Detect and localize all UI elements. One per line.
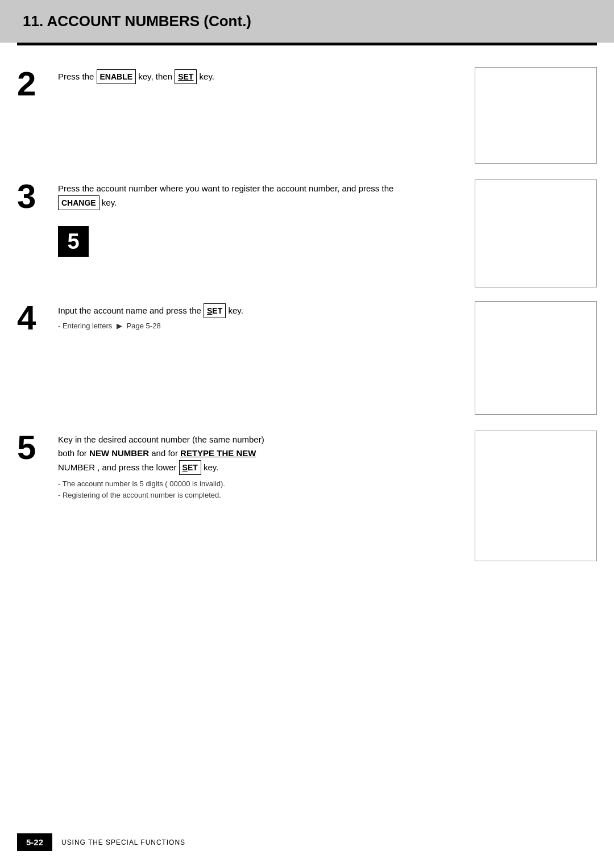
step4-sub-text: - Entering letters <box>58 322 112 330</box>
black-box-5: 5 <box>58 226 89 257</box>
header-band: 11. ACCOUNT NUMBERS (Cont.) <box>0 0 614 43</box>
step5-key-suffix: key. <box>201 462 219 472</box>
footer: 5-22 USING THE SPECIAL FUNCTIONS <box>0 833 614 851</box>
step-2-image-col <box>475 67 597 164</box>
step-2-row: 2 Press the ENABLE key, then SET key. <box>17 67 597 164</box>
step-3-image-col <box>475 180 597 287</box>
step5-line1: Key in the desired account number (the s… <box>58 435 264 444</box>
step-4-row: 4 Input the account name and press the S… <box>17 301 597 415</box>
step4-arrow: ▶ <box>117 322 122 330</box>
step2-key2: SET <box>175 69 197 84</box>
step5-line3: NUMBER , and press the lower <box>58 462 179 472</box>
step-4-image <box>475 301 597 415</box>
step5-note2: - Registering of the account number is c… <box>58 490 463 501</box>
step4-sub-page: Page 5-28 <box>127 322 161 330</box>
page-title: 11. ACCOUNT NUMBERS (Cont.) <box>23 12 251 30</box>
step2-text-after: key. <box>197 72 214 81</box>
main-content: 2 Press the ENABLE key, then SET key. 3 … <box>0 45 614 576</box>
step2-key1: ENABLE <box>97 69 136 84</box>
step2-text-before: Press the <box>58 72 97 81</box>
step-5-left: Key in the desired account number (the s… <box>58 431 463 500</box>
step5-label2: RETYPE THE NEW <box>180 448 256 458</box>
step3-black-section: 5 <box>58 226 463 257</box>
step5-line2-pre: both for <box>58 448 89 458</box>
footer-page-number: 5-22 <box>17 833 52 851</box>
step4-main-text: Input the account name and press the <box>58 306 204 315</box>
step-2-image <box>475 67 597 164</box>
step5-line2-mid: and for <box>149 448 180 458</box>
step-5-image <box>475 431 597 561</box>
step-2-text: Press the ENABLE key, then SET key. <box>58 67 463 84</box>
step5-key: SET <box>179 460 201 475</box>
step2-text-middle: key, then <box>136 72 175 81</box>
step3-main-text: Press the account number where you want … <box>58 183 393 193</box>
step-4-number: 4 <box>17 301 52 335</box>
step5-label1: NEW NUMBER <box>89 448 149 458</box>
step-5-text: Key in the desired account number (the s… <box>58 431 463 475</box>
step5-note1: - The account number is 5 digits ( 00000… <box>58 478 463 490</box>
step-3-text: Press the account number where you want … <box>58 180 463 210</box>
step3-key: CHANGE <box>58 195 99 210</box>
step-3-number: 3 <box>17 180 52 214</box>
footer-description: USING THE SPECIAL FUNCTIONS <box>61 838 185 846</box>
step-5-number: 5 <box>17 431 52 465</box>
step3-key-suffix: key. <box>99 198 117 207</box>
step-2-left: Press the ENABLE key, then SET key. <box>58 67 463 84</box>
step-2-number: 2 <box>17 67 52 101</box>
step-4-text: Input the account name and press the SET… <box>58 301 463 318</box>
step-3-image <box>475 180 597 287</box>
step-5-notes: - The account number is 5 digits ( 00000… <box>58 478 463 500</box>
step-3-left: Press the account number where you want … <box>58 180 463 257</box>
step4-key-suffix: key. <box>226 306 243 315</box>
step-5-row: 5 Key in the desired account number (the… <box>17 431 597 561</box>
step-4-image-col <box>475 301 597 415</box>
step-4-left: Input the account name and press the SET… <box>58 301 463 330</box>
step-5-image-col <box>475 431 597 561</box>
step-3-row: 3 Press the account number where you wan… <box>17 180 597 287</box>
step4-key: SET <box>204 303 226 318</box>
step-4-sub: - Entering letters ▶ Page 5-28 <box>58 322 463 330</box>
